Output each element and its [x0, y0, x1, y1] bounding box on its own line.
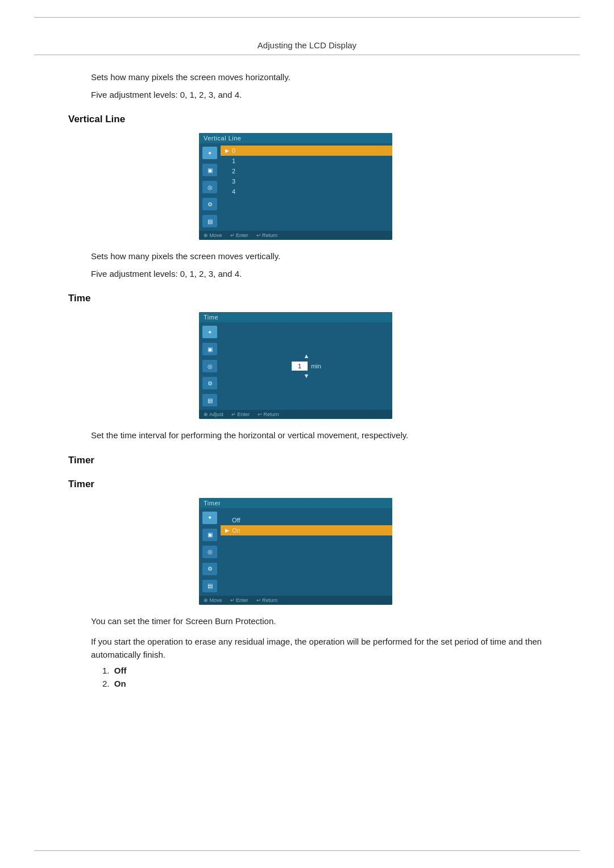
vline-item-1: ▶1 — [221, 156, 392, 166]
timer-item-on: ▶On — [221, 525, 392, 535]
vertical-line-heading: Vertical Line — [34, 114, 580, 125]
footer-rule — [34, 850, 580, 851]
timer-heading-outer: Timer — [34, 455, 580, 466]
vertical-line-menu-title: Vertical Line — [199, 133, 392, 143]
timer-desc1: You can set the timer for Screen Burn Pr… — [34, 615, 580, 628]
timer-list-item-on: 2. On — [102, 679, 580, 688]
header-rule — [34, 55, 580, 55]
time-unit: min — [311, 363, 321, 369]
vertical-line-menu: Vertical Line ✦ ▣ ◎ ⚙ ▤ ▶0 ▶1 — [199, 133, 392, 240]
osd-timer-icon-3: ◎ — [202, 546, 217, 558]
osd-time-icon-5: ▤ — [202, 394, 217, 406]
osd-icon-5: ▤ — [202, 215, 217, 227]
time-down-arrow: ▼ — [304, 373, 310, 379]
top-rule — [34, 17, 580, 18]
time-spinner-area: ▲ 1 min ▼ — [221, 322, 392, 410]
timer-menu-title: Timer — [199, 498, 392, 508]
time-menu: Time ✦ ▣ ◎ ⚙ ▤ ▲ 1 m — [199, 312, 392, 419]
osd-sidebar-time: ✦ ▣ ◎ ⚙ ▤ — [199, 322, 221, 410]
time-menu-title: Time — [199, 312, 392, 322]
vline-desc1: Sets how many pixels the screen moves ve… — [34, 250, 580, 263]
horizontal-desc2: Five adjustment levels: 0, 1, 2, 3, and … — [34, 89, 580, 102]
osd-timer-icon-4: ⚙ — [202, 563, 217, 575]
osd-time-icon-4: ⚙ — [202, 377, 217, 389]
osd-icon-1: ✦ — [202, 147, 217, 159]
time-value-box: 1 — [292, 362, 308, 371]
vertical-line-items: ▶0 ▶1 ▶2 ▶3 ▶4 — [221, 143, 392, 231]
vline-item-0: ▶0 — [221, 146, 392, 156]
vline-item-2: ▶2 — [221, 166, 392, 176]
vline-item-4: ▶4 — [221, 186, 392, 197]
vline-item-3: ▶3 — [221, 176, 392, 186]
timer-menu: Timer ✦ ▣ ◎ ⚙ ▤ ▶Off ▶On — [199, 498, 392, 605]
timer-items: ▶Off ▶On — [221, 508, 392, 596]
osd-timer-icon-1: ✦ — [202, 512, 217, 524]
time-desc: Set the time interval for performing the… — [34, 429, 580, 442]
timer-footer: ⊕ Move ↵ Enter ↩ Return — [199, 596, 392, 605]
timer-list: 1. Off 2. On — [34, 666, 580, 688]
osd-time-icon-1: ✦ — [202, 326, 217, 338]
timer-list-item-off: 1. Off — [102, 666, 580, 675]
osd-icon-3: ◎ — [202, 181, 217, 193]
timer-desc2: If you start the operation to erase any … — [34, 636, 580, 661]
osd-time-icon-3: ◎ — [202, 360, 217, 372]
time-footer: ⊕ Adjust ↵ Enter ↩ Return — [199, 410, 392, 419]
osd-icon-4: ⚙ — [202, 198, 217, 210]
osd-time-icon-2: ▣ — [202, 343, 217, 355]
page-header: Adjusting the LCD Display — [34, 23, 580, 50]
osd-sidebar-vline: ✦ ▣ ◎ ⚙ ▤ — [199, 143, 221, 231]
vline-footer: ⊕ Move ↵ Enter ↩ Return — [199, 231, 392, 240]
osd-timer-icon-2: ▣ — [202, 529, 217, 541]
horizontal-desc1: Sets how many pixels the screen moves ho… — [34, 71, 580, 84]
time-spinner: ▲ 1 min ▼ — [292, 353, 321, 379]
osd-timer-icon-5: ▤ — [202, 580, 217, 592]
osd-icon-2: ▣ — [202, 164, 217, 176]
timer-item-off: ▶Off — [221, 515, 392, 525]
osd-sidebar-timer: ✦ ▣ ◎ ⚙ ▤ — [199, 508, 221, 596]
time-up-arrow: ▲ — [304, 353, 310, 359]
timer-heading-inner: Timer — [34, 479, 580, 490]
vline-desc2: Five adjustment levels: 0, 1, 2, 3, and … — [34, 268, 580, 281]
time-value-row: 1 min — [292, 362, 321, 371]
time-heading: Time — [34, 293, 580, 304]
